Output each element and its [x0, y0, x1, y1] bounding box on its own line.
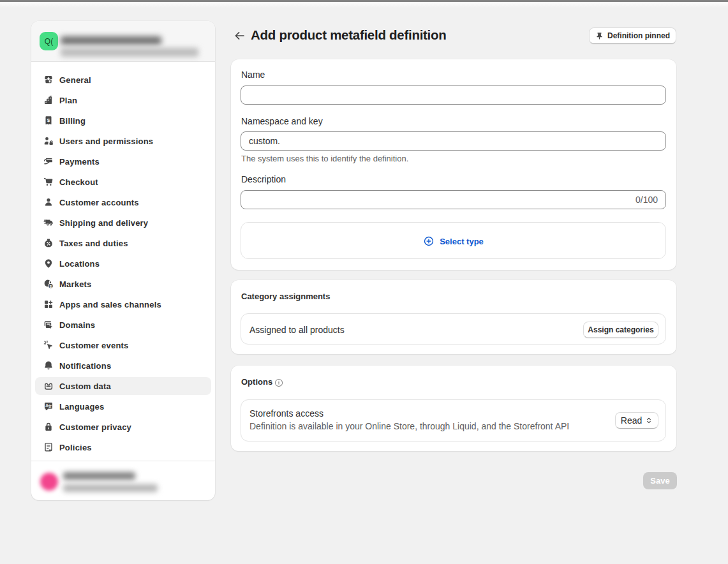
svg-text:$: $ — [47, 117, 50, 123]
svg-text:文: 文 — [47, 404, 52, 408]
